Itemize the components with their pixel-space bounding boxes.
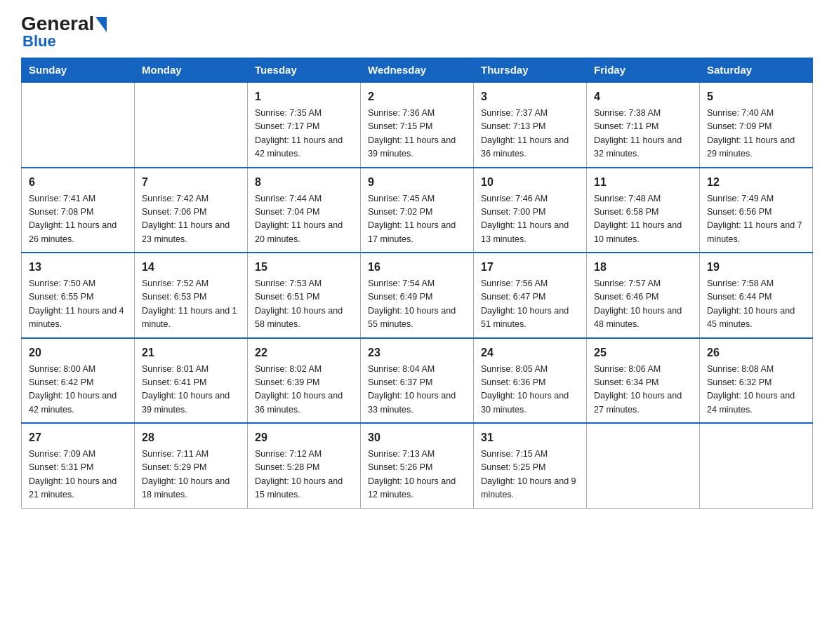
day-number: 17 [481,259,579,276]
day-number: 23 [368,344,466,361]
calendar-cell: 9Sunrise: 7:45 AM Sunset: 7:02 PM Daylig… [361,168,474,253]
day-info: Sunrise: 7:56 AM Sunset: 6:47 PM Dayligh… [481,277,579,332]
day-number: 8 [255,174,353,191]
day-info: Sunrise: 7:38 AM Sunset: 7:11 PM Dayligh… [594,107,692,161]
day-number: 12 [707,174,805,191]
logo: General Blue [21,14,107,51]
day-number: 15 [255,259,353,276]
day-number: 21 [142,344,240,361]
day-number: 29 [255,429,353,446]
calendar-cell: 17Sunrise: 7:56 AM Sunset: 6:47 PM Dayli… [474,253,587,338]
calendar-week-row: 27Sunrise: 7:09 AM Sunset: 5:31 PM Dayli… [22,423,813,508]
day-number: 9 [368,174,466,191]
calendar-cell: 29Sunrise: 7:12 AM Sunset: 5:28 PM Dayli… [248,423,361,508]
day-number: 28 [142,429,240,446]
day-number: 4 [594,88,692,105]
calendar-cell: 5Sunrise: 7:40 AM Sunset: 7:09 PM Daylig… [700,82,813,168]
calendar-header-friday: Friday [587,58,700,83]
day-info: Sunrise: 7:40 AM Sunset: 7:09 PM Dayligh… [707,107,805,161]
day-info: Sunrise: 7:37 AM Sunset: 7:13 PM Dayligh… [481,107,579,161]
calendar-cell: 16Sunrise: 7:54 AM Sunset: 6:49 PM Dayli… [361,253,474,338]
day-number: 27 [29,429,127,446]
day-number: 6 [29,174,127,191]
calendar-header-wednesday: Wednesday [361,58,474,83]
day-info: Sunrise: 8:02 AM Sunset: 6:39 PM Dayligh… [255,363,353,417]
day-info: Sunrise: 7:15 AM Sunset: 5:25 PM Dayligh… [481,448,579,502]
page-header: General Blue [21,14,813,51]
calendar-header-saturday: Saturday [700,58,813,83]
day-info: Sunrise: 7:35 AM Sunset: 7:17 PM Dayligh… [255,107,353,161]
day-info: Sunrise: 7:48 AM Sunset: 6:58 PM Dayligh… [594,192,692,247]
day-info: Sunrise: 7:45 AM Sunset: 7:02 PM Dayligh… [368,192,466,247]
day-number: 25 [594,344,692,361]
calendar-cell: 1Sunrise: 7:35 AM Sunset: 7:17 PM Daylig… [248,82,361,168]
calendar-cell: 18Sunrise: 7:57 AM Sunset: 6:46 PM Dayli… [587,253,700,338]
day-number: 24 [481,344,579,361]
logo-text-blue: Blue [21,32,56,51]
day-info: Sunrise: 7:46 AM Sunset: 7:00 PM Dayligh… [481,192,579,247]
day-info: Sunrise: 8:00 AM Sunset: 6:42 PM Dayligh… [29,363,127,417]
calendar-week-row: 13Sunrise: 7:50 AM Sunset: 6:55 PM Dayli… [22,253,813,338]
calendar-cell [700,423,813,508]
calendar-cell [135,82,248,168]
day-number: 7 [142,174,240,191]
calendar-cell: 15Sunrise: 7:53 AM Sunset: 6:51 PM Dayli… [248,253,361,338]
day-info: Sunrise: 7:09 AM Sunset: 5:31 PM Dayligh… [29,448,127,502]
calendar-table: SundayMondayTuesdayWednesdayThursdayFrid… [21,58,813,509]
calendar-cell: 2Sunrise: 7:36 AM Sunset: 7:15 PM Daylig… [361,82,474,168]
calendar-week-row: 6Sunrise: 7:41 AM Sunset: 7:08 PM Daylig… [22,168,813,253]
day-info: Sunrise: 7:41 AM Sunset: 7:08 PM Dayligh… [29,192,127,247]
calendar-cell: 19Sunrise: 7:58 AM Sunset: 6:44 PM Dayli… [700,253,813,338]
day-number: 11 [594,174,692,191]
day-number: 18 [594,259,692,276]
calendar-cell: 25Sunrise: 8:06 AM Sunset: 6:34 PM Dayli… [587,338,700,424]
day-info: Sunrise: 7:42 AM Sunset: 7:06 PM Dayligh… [142,192,240,247]
day-info: Sunrise: 7:53 AM Sunset: 6:51 PM Dayligh… [255,277,353,332]
calendar-cell: 12Sunrise: 7:49 AM Sunset: 6:56 PM Dayli… [700,168,813,253]
calendar-cell: 7Sunrise: 7:42 AM Sunset: 7:06 PM Daylig… [135,168,248,253]
calendar-header-tuesday: Tuesday [248,58,361,83]
day-number: 26 [707,344,805,361]
calendar-cell: 11Sunrise: 7:48 AM Sunset: 6:58 PM Dayli… [587,168,700,253]
calendar-cell: 20Sunrise: 8:00 AM Sunset: 6:42 PM Dayli… [22,338,135,424]
day-info: Sunrise: 8:01 AM Sunset: 6:41 PM Dayligh… [142,363,240,417]
calendar-cell: 28Sunrise: 7:11 AM Sunset: 5:29 PM Dayli… [135,423,248,508]
calendar-cell: 10Sunrise: 7:46 AM Sunset: 7:00 PM Dayli… [474,168,587,253]
day-info: Sunrise: 7:54 AM Sunset: 6:49 PM Dayligh… [368,277,466,332]
calendar-week-row: 20Sunrise: 8:00 AM Sunset: 6:42 PM Dayli… [22,338,813,424]
calendar-header-sunday: Sunday [22,58,135,83]
day-number: 31 [481,429,579,446]
calendar-cell: 14Sunrise: 7:52 AM Sunset: 6:53 PM Dayli… [135,253,248,338]
calendar-header-thursday: Thursday [474,58,587,83]
day-number: 5 [707,88,805,105]
day-info: Sunrise: 8:06 AM Sunset: 6:34 PM Dayligh… [594,363,692,417]
calendar-cell: 4Sunrise: 7:38 AM Sunset: 7:11 PM Daylig… [587,82,700,168]
day-number: 19 [707,259,805,276]
day-info: Sunrise: 8:05 AM Sunset: 6:36 PM Dayligh… [481,363,579,417]
day-info: Sunrise: 8:04 AM Sunset: 6:37 PM Dayligh… [368,363,466,417]
day-number: 16 [368,259,466,276]
day-info: Sunrise: 7:44 AM Sunset: 7:04 PM Dayligh… [255,192,353,247]
calendar-cell: 31Sunrise: 7:15 AM Sunset: 5:25 PM Dayli… [474,423,587,508]
day-info: Sunrise: 7:50 AM Sunset: 6:55 PM Dayligh… [29,277,127,332]
calendar-cell: 8Sunrise: 7:44 AM Sunset: 7:04 PM Daylig… [248,168,361,253]
calendar-cell: 6Sunrise: 7:41 AM Sunset: 7:08 PM Daylig… [22,168,135,253]
day-info: Sunrise: 7:52 AM Sunset: 6:53 PM Dayligh… [142,277,240,332]
calendar-cell: 23Sunrise: 8:04 AM Sunset: 6:37 PM Dayli… [361,338,474,424]
calendar-cell: 24Sunrise: 8:05 AM Sunset: 6:36 PM Dayli… [474,338,587,424]
calendar-cell: 26Sunrise: 8:08 AM Sunset: 6:32 PM Dayli… [700,338,813,424]
day-info: Sunrise: 8:08 AM Sunset: 6:32 PM Dayligh… [707,363,805,417]
day-info: Sunrise: 7:49 AM Sunset: 6:56 PM Dayligh… [707,192,805,247]
calendar-cell [22,82,135,168]
day-number: 10 [481,174,579,191]
calendar-cell: 22Sunrise: 8:02 AM Sunset: 6:39 PM Dayli… [248,338,361,424]
day-number: 3 [481,88,579,105]
calendar-body: 1Sunrise: 7:35 AM Sunset: 7:17 PM Daylig… [22,82,813,508]
day-number: 20 [29,344,127,361]
calendar-header-row: SundayMondayTuesdayWednesdayThursdayFrid… [22,58,813,83]
day-number: 22 [255,344,353,361]
day-number: 30 [368,429,466,446]
calendar-cell: 21Sunrise: 8:01 AM Sunset: 6:41 PM Dayli… [135,338,248,424]
calendar-cell: 3Sunrise: 7:37 AM Sunset: 7:13 PM Daylig… [474,82,587,168]
day-info: Sunrise: 7:58 AM Sunset: 6:44 PM Dayligh… [707,277,805,332]
